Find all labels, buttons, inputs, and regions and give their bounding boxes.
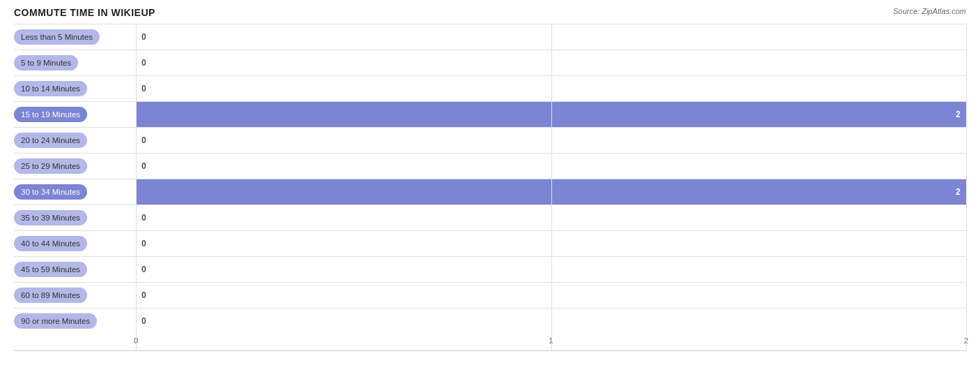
bar-row: 90 or more Minutes0 [14,308,966,334]
label-pill: 90 or more Minutes [14,313,97,329]
bar-label: 30 to 34 Minutes [14,184,136,200]
bar-value-zero: 0 [141,239,146,248]
bar-track: 0 [136,24,966,50]
bar-value-zero: 0 [141,32,146,42]
bar-value-zero: 0 [141,316,146,326]
chart-header: COMMUTE TIME IN WIKIEUP Source: ZipAtlas… [14,7,966,18]
bar-row: 40 to 44 Minutes0 [14,230,966,256]
bar-value-zero: 0 [141,135,146,145]
bar-label: 15 to 19 Minutes [14,107,136,122]
bar-value-zero: 0 [141,265,146,274]
label-pill: 35 to 39 Minutes [14,210,87,225]
bar-value: 2 [956,110,960,119]
bar-label: Less than 5 Minutes [14,29,136,45]
bar-row: 5 to 9 Minutes0 [14,50,966,75]
chart-source: Source: ZipAtlas.com [893,7,966,15]
label-pill: 25 to 29 Minutes [14,158,87,174]
bar-track: 0 [136,231,966,256]
label-pill: 60 to 89 Minutes [14,288,87,303]
bar-track: 2 [136,179,966,204]
bar-value-zero: 0 [141,290,146,300]
bars-container: Less than 5 Minutes05 to 9 Minutes010 to… [14,24,966,334]
bar-row: 15 to 19 Minutes2 [14,101,966,127]
bar-row: 35 to 39 Minutes0 [14,204,966,230]
bar-label: 35 to 39 Minutes [14,210,136,225]
bar-label: 5 to 9 Minutes [14,55,136,70]
label-pill: 30 to 34 Minutes [14,184,87,200]
bar-value-zero: 0 [141,58,146,68]
label-pill: 5 to 9 Minutes [14,55,78,70]
bar-track: 0 [136,308,966,334]
label-pill: 10 to 14 Minutes [14,81,87,96]
bar-track: 0 [136,205,966,230]
label-pill: 20 to 24 Minutes [14,133,87,148]
bar-track: 0 [136,50,966,75]
bar-value-zero: 0 [141,161,146,171]
bar-value-zero: 0 [141,84,146,94]
bar-value: 2 [956,187,960,197]
bar-label: 10 to 14 Minutes [14,81,136,96]
bar-row: 45 to 59 Minutes0 [14,256,966,282]
chart-title: COMMUTE TIME IN WIKIEUP [14,7,155,18]
bar-label: 45 to 59 Minutes [14,262,136,277]
label-pill: 40 to 44 Minutes [14,236,87,251]
bar-track: 0 [136,128,966,153]
bar-track: 0 [136,76,966,101]
chart-container: COMMUTE TIME IN WIKIEUP Source: ZipAtlas… [0,0,980,365]
bar-label: 20 to 24 Minutes [14,133,136,148]
bar-label: 25 to 29 Minutes [14,158,136,174]
label-pill: 45 to 59 Minutes [14,262,87,277]
x-tick: 0 [134,336,138,345]
label-pill: Less than 5 Minutes [14,29,100,45]
bar-track: 0 [136,154,966,179]
bar-row: 10 to 14 Minutes0 [14,75,966,101]
bar-row: 60 to 89 Minutes0 [14,282,966,308]
grid-line [966,24,967,350]
x-tick: 2 [964,336,968,345]
x-tick: 1 [549,336,553,345]
bar-label: 40 to 44 Minutes [14,236,136,251]
chart-area: Less than 5 Minutes05 to 9 Minutes010 to… [14,24,966,351]
bar-row: 25 to 29 Minutes0 [14,153,966,179]
bar-track: 0 [136,257,966,282]
bar-track: 0 [136,283,966,308]
bar-label: 90 or more Minutes [14,313,136,329]
bar-row: Less than 5 Minutes0 [14,24,966,50]
x-axis: 012 [136,336,966,350]
bar-fill [136,179,966,204]
bar-fill [136,102,966,127]
bar-track: 2 [136,102,966,127]
bar-row: 20 to 24 Minutes0 [14,127,966,153]
bar-value-zero: 0 [141,213,146,223]
bar-row: 30 to 34 Minutes2 [14,179,966,204]
label-pill: 15 to 19 Minutes [14,107,87,122]
bar-label: 60 to 89 Minutes [14,288,136,303]
